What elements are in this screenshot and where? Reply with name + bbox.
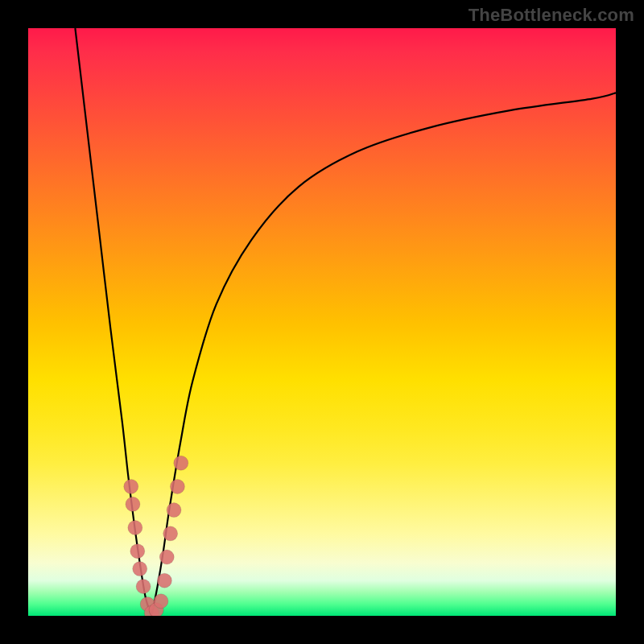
watermark-text: TheBottleneck.com [469, 5, 634, 26]
plot-area [28, 28, 616, 616]
curve-right-branch [151, 93, 616, 616]
curve-layer [28, 28, 616, 616]
chart-frame: TheBottleneck.com [0, 0, 644, 644]
